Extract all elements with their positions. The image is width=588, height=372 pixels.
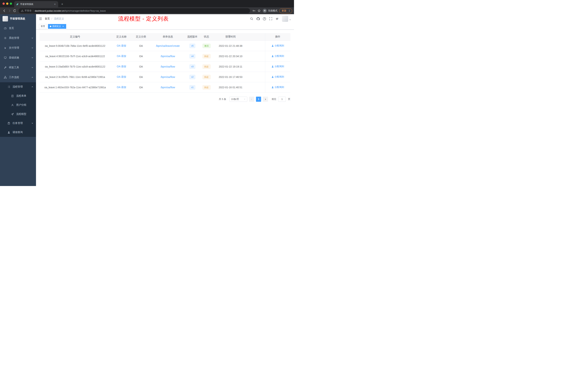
- tag-close-icon[interactable]: ×: [62, 25, 64, 28]
- cell-filler: [247, 41, 265, 51]
- browser-tab[interactable]: 芋道管理系统 ×: [14, 1, 58, 7]
- version-tag: v1: [189, 85, 195, 89]
- chevron-down-icon: [244, 98, 246, 100]
- avatar[interactable]: [282, 16, 288, 22]
- browser-menu-icon[interactable]: [287, 9, 291, 12]
- sidebar-item-label: 研发工具: [9, 66, 19, 69]
- status-badge: 挂起: [202, 85, 210, 89]
- status-badge: 挂起: [202, 54, 210, 58]
- sidebar-item-payment[interactable]: ¥ 支付管理: [0, 43, 36, 53]
- sidebar-item-label: 用户分组: [16, 103, 26, 107]
- forward-button[interactable]: [7, 8, 12, 13]
- sidebar-item-label: 流程表单: [16, 94, 26, 98]
- column-header-name: 定义名称: [111, 33, 132, 41]
- user-menu[interactable]: [282, 16, 291, 22]
- help-icon[interactable]: [262, 17, 267, 21]
- breadcrumb: 首页 / 流程定义: [45, 17, 64, 20]
- yen-icon: ¥: [4, 46, 7, 50]
- font-size-icon[interactable]: tT: [275, 17, 279, 21]
- definition-name-link[interactable]: OA 请假: [117, 86, 126, 89]
- assign-rule-button[interactable]: 分配规则: [272, 55, 284, 58]
- definition-name-link[interactable]: OA 请假: [117, 55, 126, 57]
- person-icon: [272, 86, 274, 88]
- definition-name-link[interactable]: OA 请假: [117, 65, 126, 68]
- page-size-select[interactable]: 10条/页: [230, 97, 247, 102]
- sidebar-item-process-management[interactable]: 流程管理: [0, 82, 36, 91]
- zoom-window-button[interactable]: [10, 2, 12, 5]
- fullscreen-icon[interactable]: [269, 17, 273, 21]
- sidebar-logo[interactable]: 芋道管理系统: [0, 14, 36, 23]
- tag-process-definition[interactable]: 流程定义 ×: [48, 24, 66, 29]
- chrome-update-button[interactable]: 更新: [279, 8, 292, 13]
- version-tag: v3: [189, 65, 195, 69]
- column-header-action: 操作: [265, 33, 290, 41]
- list-icon: [7, 85, 10, 88]
- page-unit-label: 页: [288, 98, 290, 101]
- chevron-down-icon: [31, 122, 33, 124]
- status-badge: 激活: [202, 44, 210, 48]
- sidebar-item-infra[interactable]: 基础设施: [0, 53, 36, 63]
- version-tag: v4: [189, 54, 195, 58]
- breadcrumb-home[interactable]: 首页: [45, 17, 50, 20]
- page-number-1[interactable]: 1: [256, 97, 261, 102]
- assign-rule-button[interactable]: 分配规则: [272, 75, 284, 78]
- security-label: 不安全: [25, 9, 32, 12]
- next-page-button[interactable]: ›: [263, 97, 268, 102]
- column-header-filler: [247, 33, 265, 41]
- address-bar[interactable]: 不安全 dashboard.yudao.iocoder.cn/bpm/manag…: [19, 8, 250, 13]
- assign-rule-button[interactable]: 分配规则: [272, 44, 284, 47]
- form-link[interactable]: /bpm/oa/leave/create: [156, 44, 180, 47]
- form-link[interactable]: /bpm/oa/flow: [160, 55, 175, 58]
- tags-view: 首页 流程定义 ×: [36, 23, 294, 30]
- column-header-category: 定义分类: [132, 33, 150, 41]
- sidebar-item-system[interactable]: 系统管理: [0, 33, 36, 43]
- traffic-lights: [2, 2, 12, 5]
- sidebar-item-task-management[interactable]: 任务管理: [0, 119, 36, 128]
- cell-time: 2022-01-22 21:48:38: [214, 41, 247, 51]
- workflow-submenu: 流程管理 流程表单 用户分组: [0, 82, 36, 137]
- password-key-icon[interactable]: [252, 8, 257, 13]
- sidebar-item-home[interactable]: 首页: [0, 23, 36, 33]
- security-warning[interactable]: 不安全: [21, 9, 32, 12]
- cell-id: oa_leave:2:3c1f0ef1-76b1-11ec-9c66-a2380…: [40, 72, 111, 82]
- assign-rule-button[interactable]: 分配规则: [272, 65, 284, 68]
- sidebar-item-label: 流程管理: [12, 85, 23, 88]
- tag-home[interactable]: 首页: [39, 24, 47, 29]
- prev-page-button[interactable]: ‹: [249, 97, 254, 102]
- hamburger-icon[interactable]: [39, 17, 42, 20]
- definition-name-link[interactable]: OA 请假: [117, 44, 126, 47]
- sidebar-item-process-model[interactable]: 流程模型: [0, 109, 36, 119]
- github-icon[interactable]: [256, 17, 260, 21]
- form-link[interactable]: /bpm/oa/flow: [160, 65, 175, 68]
- bookmark-star-icon[interactable]: [257, 8, 262, 13]
- sidebar-item-user-group[interactable]: 用户分组: [0, 100, 36, 109]
- assign-rule-label: 分配规则: [274, 44, 284, 47]
- minimize-window-button[interactable]: [6, 2, 8, 5]
- table-row: oa_leave:3:1fad3d93-7b75-11ec-a3c8-acde4…: [40, 61, 290, 72]
- form-link[interactable]: /bpm/oa/flow: [160, 76, 175, 78]
- person-icon: [272, 55, 274, 57]
- cell-id: oa_leave:1:482ec033-762a-11ec-8477-a2380…: [40, 82, 111, 92]
- wrench-icon: [4, 66, 7, 69]
- definition-name-link[interactable]: OA 请假: [117, 75, 126, 78]
- new-tab-button[interactable]: +: [60, 2, 65, 7]
- assign-rule-button[interactable]: 分配规则: [272, 86, 284, 89]
- tab-close-icon[interactable]: ×: [53, 3, 56, 6]
- search-icon[interactable]: [250, 17, 254, 21]
- breadcrumb-current: 流程定义: [54, 17, 64, 20]
- sidebar-item-devtools[interactable]: 研发工具: [0, 63, 36, 72]
- goto-page-input[interactable]: [278, 97, 286, 102]
- back-button[interactable]: [2, 8, 7, 13]
- sidebar-item-process-form[interactable]: 流程表单: [0, 91, 36, 100]
- person-icon: [7, 131, 10, 134]
- sidebar-item-leave-query[interactable]: 请假查询: [0, 128, 36, 137]
- sidebar-item-workflow[interactable]: 工作流程: [0, 72, 36, 82]
- main-area: 首页 / 流程定义 流程模型 - 定义列表: [36, 14, 294, 186]
- reload-button[interactable]: [12, 8, 17, 13]
- cell-id: oa_leave:4:991f2193-7b7f-11ec-a3c8-acde4…: [40, 51, 111, 61]
- close-window-button[interactable]: [2, 2, 5, 5]
- sidebar: 芋道管理系统 首页 系统管理 ¥ 支付管理: [0, 14, 36, 186]
- form-link[interactable]: /bpm/oa/flow: [160, 86, 175, 89]
- sidebar-item-label: 请假查询: [12, 131, 23, 134]
- person-icon: [272, 65, 274, 68]
